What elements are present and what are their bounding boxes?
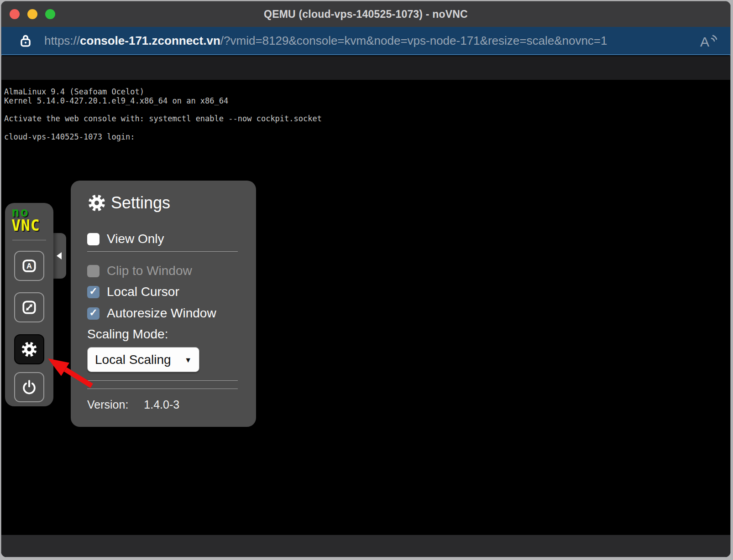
url-domain: console-171.zconnect.vn: [80, 34, 220, 47]
novnc-control-bar: no VNC A: [5, 203, 53, 406]
scaling-mode-value: Local Scaling: [95, 353, 171, 367]
clip-to-window-checkbox: ✓ Clip to Window: [87, 264, 192, 278]
checkbox-label: Autoresize Window: [107, 306, 216, 321]
settings-gear-icon: [87, 193, 106, 213]
close-window-button[interactable]: [10, 9, 20, 19]
local-cursor-checkbox[interactable]: ✓ Local Cursor: [87, 285, 179, 299]
console-line: AlmaLinux 9.4 (Seafoam Ocelot): [4, 87, 322, 96]
console-line: Kernel 5.14.0-427.20.1.el9_4.x86_64 on a…: [4, 96, 322, 105]
panel-divider: [87, 389, 238, 389]
browser-window: QEMU (cloud-vps-140525-1073) - noVNC htt…: [1, 1, 731, 557]
gear-icon: [21, 341, 38, 358]
caret-down-icon: ▼: [184, 356, 192, 364]
page-background-bottom: [1, 535, 730, 557]
autoresize-window-checkbox[interactable]: ✓ Autoresize Window: [87, 306, 216, 321]
url-scheme: https://: [44, 34, 80, 47]
novnc-logo: no VNC: [11, 206, 40, 233]
power-button[interactable]: [14, 372, 44, 402]
zoom-window-button[interactable]: [45, 9, 55, 19]
console-line: [4, 105, 322, 114]
keyboard-icon: A: [21, 257, 38, 275]
collapse-arrow-icon: [57, 252, 62, 259]
url-path: /?vmid=8129&console=kvm&node=vps-node-17…: [220, 34, 607, 47]
control-bar-handle[interactable]: [53, 233, 66, 279]
scaling-mode-select[interactable]: Local Scaling ▼: [87, 347, 199, 372]
panel-divider: [87, 380, 238, 381]
address-field[interactable]: https://console-171.zconnect.vn/?vmid=81…: [44, 34, 607, 48]
text-size-icon[interactable]: A: [699, 33, 717, 48]
version-label: Version:: [87, 398, 128, 411]
checkbox-icon: ✓: [87, 265, 99, 277]
lock-icon: [18, 33, 33, 48]
panel-divider: [87, 251, 238, 252]
settings-title: Settings: [111, 193, 170, 213]
titlebar: QEMU (cloud-vps-140525-1073) - noVNC: [1, 1, 730, 27]
novnc-logo-line2: VNC: [11, 218, 40, 233]
checkbox-label: View Only: [107, 232, 164, 246]
check-icon: ✓: [89, 286, 97, 296]
fullscreen-icon: [21, 299, 38, 316]
page-background-top: [1, 56, 730, 80]
checkbox-icon: ✓: [87, 233, 99, 245]
fullscreen-button[interactable]: [14, 292, 44, 322]
svg-text:A: A: [26, 262, 32, 270]
settings-panel-header: Settings: [87, 193, 170, 213]
console-line: cloud-vps-140525-1073 login:: [4, 132, 322, 141]
text-size-letter: A: [700, 34, 709, 48]
keyboard-button[interactable]: A: [14, 251, 44, 281]
version-value: 1.4.0-3: [144, 398, 179, 411]
console-line: Activate the web console with: systemctl…: [4, 114, 322, 123]
scaling-mode-label: Scaling Mode:: [87, 327, 168, 342]
settings-panel: Settings ✓ View Only ✓ Clip to Window ✓ …: [71, 181, 256, 427]
checkbox-icon: ✓: [87, 286, 99, 298]
traffic-lights: [10, 1, 55, 27]
minimize-window-button[interactable]: [27, 9, 37, 19]
console-line: [4, 123, 322, 132]
version-row: Version: 1.4.0-3: [87, 398, 179, 411]
check-icon: ✓: [89, 308, 97, 318]
url-bar: https://console-171.zconnect.vn/?vmid=81…: [1, 27, 730, 55]
settings-button[interactable]: [14, 334, 44, 364]
control-bar-divider: [12, 240, 46, 240]
checkbox-icon: ✓: [87, 307, 99, 320]
view-only-checkbox[interactable]: ✓ View Only: [87, 232, 164, 246]
console-output: AlmaLinux 9.4 (Seafoam Ocelot) Kernel 5.…: [4, 87, 322, 141]
checkbox-label: Local Cursor: [107, 285, 179, 299]
checkbox-label: Clip to Window: [107, 264, 192, 278]
window-title: QEMU (cloud-vps-140525-1073) - noVNC: [1, 8, 730, 21]
power-icon: [21, 379, 38, 396]
